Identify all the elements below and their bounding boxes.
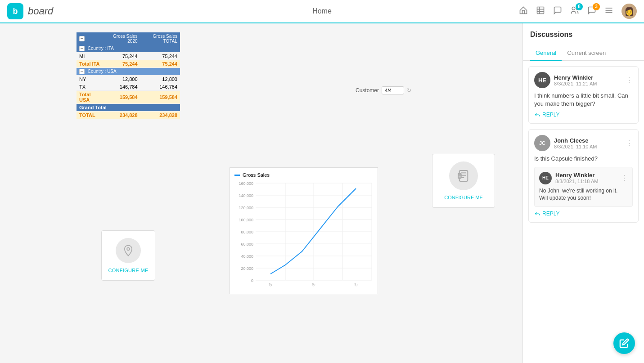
users-badge: 8: [576, 3, 583, 10]
svg-rect-0: [537, 7, 544, 13]
reply-btn-2[interactable]: REPLY: [534, 211, 633, 217]
main-layout: − Gross Sales 2020 Gross Sales TOTAL − C…: [0, 23, 644, 363]
nested-msg-menu[interactable]: ⋮: [621, 174, 628, 182]
msg-menu-1[interactable]: ⋮: [626, 76, 633, 85]
svg-text:140,000: 140,000: [239, 193, 253, 198]
msg-menu-2[interactable]: ⋮: [626, 139, 633, 148]
svg-text:↻: ↻: [312, 282, 315, 287]
reply-btn-1[interactable]: REPLY: [534, 112, 633, 118]
map-configure-me-widget: CONFIGURE ME: [101, 230, 155, 281]
nested-msg-header: HE Henry Winkler 8/3/2021, 11:18 AM ⋮: [539, 172, 628, 184]
svg-text:80,000: 80,000: [241, 230, 253, 234]
home-icon[interactable]: [519, 6, 528, 17]
map-configure-label: CONFIGURE ME: [105, 268, 151, 273]
table-row: Grand Total: [77, 104, 180, 112]
tab-general[interactable]: General: [530, 46, 562, 61]
customer-filter: Customer ↻: [356, 86, 411, 94]
capsule-icon: [449, 161, 478, 190]
discussions-title: Discussions: [523, 23, 644, 46]
table-icon[interactable]: [536, 6, 545, 17]
message-icon[interactable]: [553, 6, 562, 17]
chart-legend: Gross Sales: [234, 172, 373, 178]
msg-name-2: Jonh Cleese: [554, 137, 622, 144]
users-icon[interactable]: 8: [570, 6, 579, 17]
collapse-ita-icon[interactable]: −: [79, 46, 85, 51]
customer-label: Customer: [356, 87, 379, 94]
chat-badge: 3: [593, 3, 600, 10]
col-gross-2020: Gross Sales 2020: [104, 32, 140, 45]
svg-text:↻: ↻: [269, 282, 272, 287]
compose-button[interactable]: [613, 332, 635, 354]
map-icon: [116, 238, 141, 263]
table-row: TOTAL234,828234,828: [77, 112, 180, 119]
table-row: − Country : ITA: [77, 45, 180, 53]
app-icon: b: [7, 3, 23, 19]
svg-text:160,000: 160,000: [239, 181, 253, 186]
svg-point-4: [572, 7, 575, 10]
message-card-1: HE Henry Winkler 8/3/2021, 11:21 AM ⋮ I …: [528, 66, 639, 124]
content-area: − Gross Sales 2020 Gross Sales TOTAL − C…: [0, 23, 522, 363]
customer-input[interactable]: [382, 86, 404, 94]
msg-header-1: HE Henry Winkler 8/3/2021, 11:21 AM ⋮: [534, 72, 633, 88]
nested-msg-name: Henry Winkler: [555, 172, 617, 179]
nested-reply-1: HE Henry Winkler 8/3/2021, 11:18 AM ⋮ No…: [534, 167, 633, 207]
svg-text:40,000: 40,000: [241, 254, 253, 259]
table-row: NY12,80012,800: [77, 76, 180, 83]
table-row: MI75,24475,244: [77, 53, 180, 60]
svg-text:↻: ↻: [354, 282, 358, 287]
msg-text-2: Is this Capsule finished?: [534, 155, 633, 163]
message-card-2: JC Jonh Cleese 8/3/2021, 11:10 AM ⋮ Is t…: [528, 129, 639, 223]
chat-icon[interactable]: 3: [587, 6, 596, 17]
top-navbar: b board Home 8 3 👩: [0, 0, 644, 23]
chart-widget: Gross Sales 160,000 140,000 120,000 100,…: [230, 167, 378, 294]
menu-icon[interactable]: [604, 6, 613, 17]
col-gross-total: Gross Sales TOTAL: [140, 32, 180, 45]
table-row: − Country : USA: [77, 68, 180, 76]
table-row: Total ITA75,24475,244: [77, 60, 180, 68]
pivot-table: − Gross Sales 2020 Gross Sales TOTAL − C…: [77, 32, 180, 119]
discussions-body: HE Henry Winkler 8/3/2021, 11:21 AM ⋮ I …: [523, 61, 644, 363]
avatar-henry-1: HE: [534, 72, 550, 88]
capsule-configure-label: CONFIGURE ME: [436, 195, 491, 200]
nested-msg-text: No John, we're still working on it. Will…: [539, 187, 628, 202]
collapse-usa-icon[interactable]: −: [79, 69, 85, 74]
msg-text-1: I think numbers a little bit small. Can …: [534, 92, 633, 108]
msg-time-2: 8/3/2021, 11:10 AM: [554, 144, 622, 149]
msg-time-1: 8/3/2021, 11:21 AM: [554, 81, 622, 86]
capsule-configure-me-widget: CONFIGURE ME: [432, 154, 495, 208]
svg-text:60,000: 60,000: [241, 242, 253, 246]
svg-text:20,000: 20,000: [241, 266, 253, 271]
collapse-icon[interactable]: −: [79, 36, 85, 41]
chart-area: 160,000 140,000 120,000 100,000 80,000 6…: [234, 179, 373, 289]
nested-msg-time: 8/3/2021, 11:18 AM: [555, 179, 617, 184]
svg-point-8: [127, 248, 130, 251]
msg-header-2: JC Jonh Cleese 8/3/2021, 11:10 AM ⋮: [534, 135, 633, 151]
page-title: Home: [312, 7, 332, 15]
svg-text:120,000: 120,000: [239, 206, 253, 210]
table-row: Total USA159,584159,584: [77, 91, 180, 104]
data-table-widget: − Gross Sales 2020 Gross Sales TOTAL − C…: [77, 32, 180, 119]
refresh-icon[interactable]: ↻: [407, 87, 411, 94]
table-row: TX146,784146,784: [77, 83, 180, 91]
svg-text:0: 0: [251, 278, 253, 283]
user-avatar[interactable]: 👩: [621, 4, 637, 19]
svg-text:100,000: 100,000: [239, 218, 253, 222]
discussions-tabs: General Current screen: [523, 46, 644, 61]
nav-icons: 8 3 👩: [519, 4, 637, 19]
app-logo-text: board: [28, 5, 53, 17]
avatar-henry-nested: HE: [539, 172, 552, 184]
discussions-panel: Discussions General Current screen HE He…: [522, 23, 644, 363]
tab-current-screen[interactable]: Current screen: [562, 46, 611, 61]
msg-name-1: Henry Winkler: [554, 74, 622, 81]
avatar-jonh: JC: [534, 135, 550, 151]
